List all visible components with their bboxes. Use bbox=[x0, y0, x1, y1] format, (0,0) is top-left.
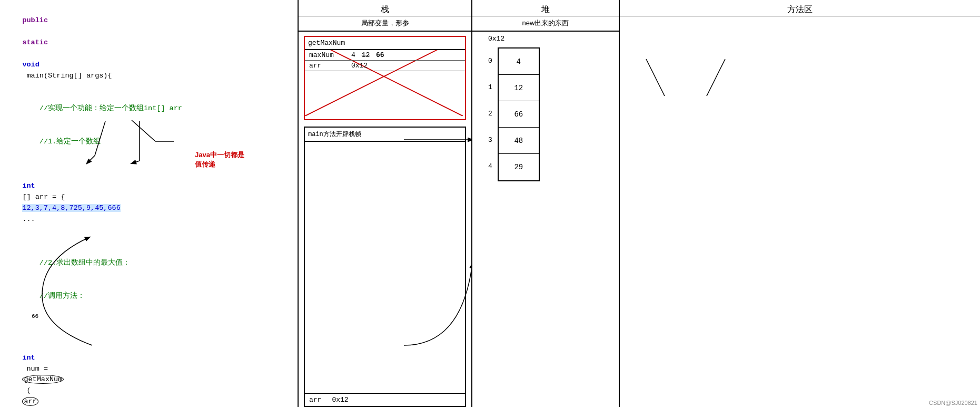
main-frame-content bbox=[305, 142, 465, 406]
heap-panel: 堆 new出来的东西 0x12 0 1 2 3 4 4 12 66 48 29 bbox=[472, 0, 620, 407]
main-arr-row: arr 0x12 bbox=[305, 393, 465, 406]
code-line-1: public static void main(String[] args){ bbox=[5, 4, 292, 92]
method-content bbox=[620, 17, 980, 407]
stack-var-arr: arr 0x12 bbox=[305, 61, 465, 71]
var-arr-val: 0x12 bbox=[351, 62, 368, 70]
stack-panel: 栈 局部变量，形参 getMaxNum maxNum 4 12 bbox=[299, 0, 472, 407]
stack-title: 栈 bbox=[299, 0, 471, 17]
circle-arr: arr bbox=[22, 397, 38, 406]
heap-array-container: 0 1 2 3 4 4 12 66 48 29 bbox=[488, 47, 608, 181]
heap-cell-4: 29 bbox=[499, 154, 539, 180]
kw-void: void bbox=[22, 61, 39, 69]
var-maxnum-val: 4 12 66 bbox=[351, 51, 384, 59]
svg-line-2 bbox=[646, 59, 725, 96]
kw-static: static bbox=[22, 38, 48, 46]
main-frame: main方法开辟栈帧 arr 0x12 bbox=[304, 127, 466, 407]
stack-var-maxnum: maxNum 4 12 66 bbox=[305, 50, 465, 61]
circle-getmaxnum: getMaxNum bbox=[22, 375, 64, 384]
heap-content: 0x12 0 1 2 3 4 4 12 66 48 29 bbox=[472, 32, 619, 407]
heap-index-2: 2 bbox=[488, 100, 495, 127]
diagram-area: 栈 局部变量，形参 getMaxNum maxNum 4 12 bbox=[298, 0, 980, 407]
heap-cell-0: 4 bbox=[499, 49, 539, 75]
code-line-6: //2.求出数组中的最大值： bbox=[5, 247, 292, 280]
annotation-66: 66 bbox=[32, 312, 38, 321]
heap-index-1: 1 bbox=[488, 74, 495, 100]
heap-subtitle: new出来的东西 bbox=[472, 17, 619, 32]
stack-vars-getmaxnum: maxNum 4 12 66 arr 0x12 bbox=[305, 50, 465, 71]
var-maxnum-name: maxNum bbox=[309, 51, 346, 59]
main-arr-name: arr bbox=[309, 396, 321, 404]
kw-int-arr: int bbox=[22, 182, 35, 190]
heap-cell-3: 48 bbox=[499, 128, 539, 154]
heap-cell-1: 12 bbox=[499, 75, 539, 101]
code-line-3: //1.给定一个数组 bbox=[5, 125, 292, 159]
code-panel: public static void main(String[] args){ … bbox=[0, 0, 298, 407]
java-value-transmission: Java中一切都是 值传递 bbox=[195, 150, 244, 169]
method-panel: 方法区 CSDN@SJ020821 bbox=[620, 0, 980, 407]
kw-int-num: int bbox=[22, 354, 35, 362]
heap-address: 0x12 bbox=[483, 32, 608, 45]
heap-cells: 4 12 66 48 29 bbox=[498, 47, 540, 181]
code-line-7: //调用方法： bbox=[5, 280, 292, 313]
getmaxnum-frame: getMaxNum maxNum 4 12 66 arr 0x12 bbox=[304, 36, 466, 120]
heap-title: 堆 bbox=[472, 0, 619, 17]
method-title: 方法区 bbox=[620, 0, 980, 17]
main-arr-val: 0x12 bbox=[332, 396, 348, 404]
var-arr-name: arr bbox=[309, 62, 346, 70]
method-diag-svg bbox=[620, 17, 778, 96]
svg-line-3 bbox=[646, 59, 725, 96]
code-line-4: int [] arr = { 12,3,7,4,8,725,9,45,666 .… bbox=[5, 159, 292, 236]
stack-frames: getMaxNum maxNum 4 12 66 arr 0x12 bbox=[299, 32, 471, 407]
heap-indices: 0 1 2 3 4 bbox=[488, 47, 495, 181]
heap-index-4: 4 bbox=[488, 153, 495, 179]
array-values: 12,3,7,4,8,725,9,45,666 bbox=[22, 204, 120, 212]
heap-cell-2: 66 bbox=[499, 101, 539, 128]
code-line-blank1 bbox=[5, 236, 292, 247]
main-frame-label: main方法开辟栈帧 bbox=[305, 128, 465, 142]
heap-index-3: 3 bbox=[488, 127, 495, 153]
watermark: CSDN@SJ020821 bbox=[929, 400, 977, 406]
getmaxnum-label: getMaxNum bbox=[305, 37, 465, 50]
kw-public: public bbox=[22, 16, 48, 24]
stack-subtitle: 局部变量，形参 bbox=[299, 17, 471, 32]
heap-index-0: 0 bbox=[488, 47, 495, 74]
code-line-2: //实现一个功能：给定一个数组int[] arr bbox=[5, 92, 292, 125]
code-line-8: 66 int num = getMaxNum ( arr ) bbox=[5, 319, 292, 407]
